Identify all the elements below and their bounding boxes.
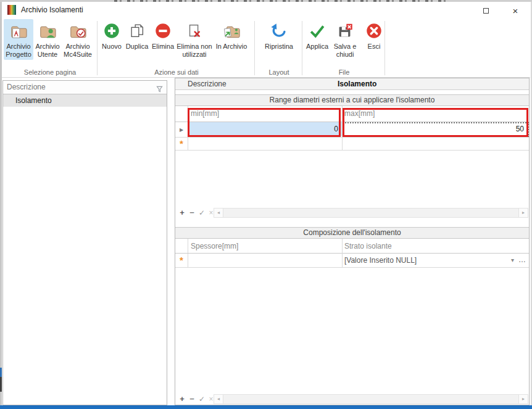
scroll-right-button[interactable]: ▸ — [518, 209, 528, 217]
close-button[interactable]: × — [505, 3, 525, 18]
cell-max-focused[interactable]: 50 — [342, 122, 529, 137]
remove-circle-icon — [153, 21, 173, 41]
check-mark-icon — [307, 21, 327, 41]
elimina-button[interactable]: Elimina — [151, 19, 175, 52]
left-panel: Descrizione Isolamento — [2, 80, 167, 405]
new-row-asterisk-icon: * — [180, 141, 183, 147]
left-panel-header-label: Descrizione — [7, 83, 46, 91]
group-label-file: File — [304, 68, 384, 76]
column-separator — [342, 106, 343, 150]
esci-button[interactable]: Esci — [364, 19, 384, 52]
bottom-accent-bar — [0, 405, 532, 409]
exit-circle-icon — [364, 21, 384, 41]
column-header-min[interactable]: min[mm] — [188, 106, 342, 122]
cell-strato-isolante[interactable]: [Valore Inserito NULL] ▾ … — [342, 254, 529, 267]
composizione-grid-navigator: + − ✓ × ◂ ▸ — [175, 394, 529, 405]
scroll-right-button[interactable]: ▸ — [518, 395, 528, 403]
scroll-left-button[interactable]: ◂ — [214, 209, 223, 217]
column-header-max[interactable]: max[mm] — [342, 106, 529, 122]
toolbar-group-file: Applica Salva e chiudi — [304, 19, 384, 76]
strato-ellipsis-button[interactable]: … — [518, 254, 526, 266]
property-descrizione-label: Descrizione — [188, 78, 227, 89]
elimina-label: Elimina — [152, 43, 174, 51]
in-archivio-button[interactable]: In Archivio — [214, 19, 249, 52]
scroll-left-button[interactable]: ◂ — [214, 395, 223, 403]
user-archive-folder-icon — [38, 21, 57, 41]
undo-arrow-icon — [269, 21, 289, 41]
save-close-floppy-icon — [335, 21, 355, 41]
group-label-layout: Layout — [257, 68, 301, 76]
right-panel: Descrizione Isolamento Range diametri es… — [175, 78, 530, 405]
mc4suite-archive-folder-icon — [68, 21, 88, 41]
new-row-indicator: * — [175, 254, 188, 267]
new-row-asterisk-icon: * — [180, 257, 183, 263]
window-archivio-isolamenti: Archivio Isolamenti × Archivio Progetto — [0, 0, 532, 409]
maximize-icon — [483, 8, 489, 14]
group-label-selezione-pagina: Selezione pagina — [4, 68, 96, 76]
property-row: Descrizione Isolamento — [175, 78, 529, 90]
toolbar-separator — [97, 21, 98, 75]
add-circle-icon — [102, 21, 122, 41]
property-descrizione-value[interactable]: Isolamento — [338, 78, 376, 89]
delete-unused-page-icon — [185, 21, 204, 41]
toolbar-group-azione-sui-dati: Nuovo Duplica — [100, 19, 253, 76]
horizontal-scrollbar[interactable]: ◂ ▸ — [214, 394, 528, 404]
nav-append-button[interactable]: + — [178, 394, 186, 405]
toolbar-group-layout: Ripristina Layout — [257, 19, 301, 76]
elimina-non-utilizzati-button[interactable]: Elimina non utilizzati — [175, 19, 214, 60]
duplica-button[interactable]: Duplica — [123, 19, 151, 52]
archivio-progetto-button[interactable]: Archivio Progetto — [4, 19, 33, 60]
cell-strato-isolante-value: [Valore Inserito NULL] — [344, 256, 417, 265]
nuovo-label: Nuovo — [102, 43, 122, 51]
applica-label: Applica — [306, 43, 328, 51]
toolbar-separator — [254, 21, 255, 75]
grid-line — [175, 267, 529, 268]
elimina-non-utilizzati-label: Elimina non utilizzati — [176, 43, 213, 59]
archivio-mc4suite-button[interactable]: Archivio Mc4Suite — [62, 19, 94, 60]
nuovo-button[interactable]: Nuovo — [100, 19, 123, 52]
background-left-blue-segment — [0, 368, 2, 377]
strato-dropdown-button[interactable]: ▾ — [511, 254, 514, 267]
nav-endedit-button[interactable]: ✓ — [197, 207, 206, 218]
current-row-arrow-icon: ▶ — [180, 127, 183, 133]
toolbar-separator — [384, 21, 385, 75]
maximize-button[interactable] — [476, 3, 496, 18]
group-label-azione-sui-dati: Azione sui dati — [100, 68, 253, 76]
column-header-strato[interactable]: Strato isolante — [342, 239, 529, 253]
duplica-label: Duplica — [126, 43, 149, 51]
ripristina-button[interactable]: Ripristina — [257, 19, 301, 52]
left-panel-column-header[interactable]: Descrizione — [3, 81, 167, 94]
esci-label: Esci — [368, 43, 381, 51]
new-row-indicator: * — [175, 138, 188, 150]
app-icon — [7, 5, 16, 15]
grid-line — [175, 137, 529, 138]
toolbar: Archivio Progetto Archivio Utente — [2, 18, 530, 78]
list-item-isolamento[interactable]: Isolamento — [3, 94, 167, 107]
range-grid-navigator: + − ✓ × ◂ ▸ — [175, 207, 529, 218]
to-archive-folder-icon — [222, 21, 241, 41]
column-separator — [342, 239, 343, 267]
cell-min[interactable]: 0 — [188, 122, 342, 136]
row-indicator-current: ▶ — [175, 122, 188, 137]
salva-e-chiudi-button[interactable]: Salva e chiudi — [331, 19, 359, 60]
panel-splitter[interactable] — [167, 80, 175, 405]
applica-button[interactable]: Applica — [304, 19, 331, 52]
nav-endedit-button[interactable]: ✓ — [197, 394, 206, 405]
background-left-dark-segment — [0, 377, 2, 392]
nav-delete-button[interactable]: − — [188, 394, 196, 405]
nav-append-button[interactable]: + — [178, 207, 186, 218]
filter-icon[interactable] — [156, 84, 163, 97]
project-archive-folder-icon — [9, 21, 28, 41]
window-title: Archivio Isolamenti — [21, 2, 83, 18]
cell-spessore[interactable] — [188, 254, 342, 267]
titlebar: Archivio Isolamenti × — [2, 2, 530, 18]
range-grid-title: Range diametri esterni a cui applicare l… — [175, 94, 529, 106]
horizontal-scrollbar[interactable]: ◂ ▸ — [214, 208, 528, 218]
grid-line — [175, 150, 529, 151]
archivio-utente-label: Archivio Utente — [34, 43, 61, 59]
copy-pages-icon — [127, 21, 147, 41]
nav-delete-button[interactable]: − — [188, 207, 196, 218]
column-header-spessore[interactable]: Spessore[mm] — [188, 239, 342, 253]
composizione-indicator-header — [175, 239, 188, 253]
archivio-utente-button[interactable]: Archivio Utente — [33, 19, 62, 60]
